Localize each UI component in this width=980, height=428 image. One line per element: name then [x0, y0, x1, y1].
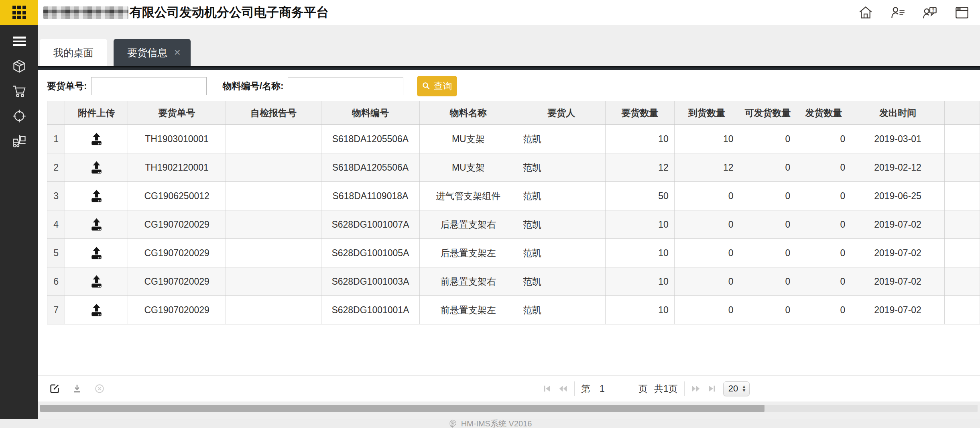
help-feedback-icon[interactable]: ?	[922, 5, 937, 20]
prev-page-button[interactable]	[558, 384, 568, 393]
system-logo-icon	[448, 419, 457, 428]
cell-num: 7	[47, 296, 65, 324]
page-title: 有限公司发动机分公司电子商务平台	[43, 0, 329, 25]
hamburger-icon	[13, 37, 26, 46]
order-no-label: 要货单号:	[47, 80, 87, 92]
upload-attachment-button[interactable]	[87, 216, 105, 233]
search-icon	[422, 82, 431, 90]
cell-requester: 范凯	[517, 267, 605, 296]
table-row[interactable]: 6CG1907020029S628DG1001003A前悬置支架右范凯10000…	[47, 267, 980, 296]
header-actions: ?	[858, 0, 970, 25]
table-row[interactable]: 3CG1906250012S618DA1109018A进气管支架组件范凯5000…	[47, 182, 980, 210]
cell-qty_requested: 12	[606, 153, 674, 182]
upload-icon	[89, 132, 104, 145]
apps-grid-button[interactable]	[0, 0, 38, 25]
cell-material_code: S618DA1109018A	[321, 182, 419, 210]
tab-goods-request[interactable]: 要货信息 ✕	[114, 39, 191, 66]
page-number-input[interactable]	[597, 381, 632, 396]
cell-qty_shipped: 0	[796, 296, 851, 324]
spinner-arrows-icon: ▲▼	[742, 385, 746, 392]
upload-attachment-button[interactable]	[87, 244, 105, 262]
table-row[interactable]: 7CG1907020029S628DG1001001A前悬置支架左范凯10000…	[47, 296, 980, 324]
first-page-button[interactable]	[542, 384, 552, 393]
download-icon[interactable]	[71, 383, 83, 395]
column-header-qty_arrived[interactable]: 到货数量	[674, 101, 739, 125]
upload-icon	[89, 190, 104, 202]
table-row[interactable]: 5CG1907020029S628DG1001005A后悬置支架左范凯10000…	[47, 239, 980, 267]
last-page-button[interactable]	[707, 384, 717, 393]
column-header-material_name[interactable]: 物料名称	[419, 101, 517, 125]
sidebar-item-products[interactable]	[10, 59, 28, 74]
home-icon[interactable]	[858, 5, 873, 20]
upload-attachment-button[interactable]	[87, 187, 105, 205]
material-input[interactable]	[288, 77, 403, 95]
cell-extra	[944, 267, 980, 296]
cell-requester: 范凯	[517, 125, 605, 153]
horizontal-scrollbar-thumb[interactable]	[40, 405, 764, 412]
tab-my-desktop[interactable]: 我的桌面	[40, 39, 107, 66]
next-page-button[interactable]	[691, 384, 701, 393]
cancel-circle-icon[interactable]	[94, 383, 106, 395]
upload-icon	[89, 247, 104, 259]
query-button-label: 查询	[434, 80, 452, 92]
cell-material_name: 后悬置支架左	[419, 239, 517, 267]
cell-qty_shipped: 0	[796, 182, 851, 210]
column-header-qty_sendable[interactable]: 可发货数量	[739, 101, 796, 125]
edit-icon[interactable]	[49, 383, 61, 395]
cell-qty_requested: 10	[606, 125, 674, 153]
pager-separator	[574, 381, 575, 396]
query-button[interactable]: 查询	[417, 76, 457, 96]
cell-order_no: TH1903010001	[128, 125, 226, 153]
column-header-order_no[interactable]: 要货单号	[128, 101, 226, 125]
page-size-select[interactable]: 20 ▲▼	[723, 381, 750, 396]
system-version-label: HM-IMS系统 V2016	[461, 418, 532, 428]
order-no-input[interactable]	[91, 77, 207, 95]
column-header-send_date[interactable]: 发出时间	[851, 101, 944, 125]
window-icon[interactable]	[954, 5, 970, 20]
cell-order_no: TH1902120001	[128, 153, 226, 182]
cell-report_no	[226, 125, 321, 153]
cell-qty_sendable: 0	[739, 153, 796, 182]
cell-material_code: S628DG1001007A	[321, 210, 419, 239]
column-header-extra[interactable]	[944, 101, 980, 125]
user-list-icon[interactable]	[890, 5, 905, 20]
cell-upload	[65, 267, 128, 296]
column-header-qty_requested[interactable]: 要货数量	[606, 101, 674, 125]
table-row[interactable]: 2TH1902120001S618DA1205506AMU支架范凯1212002…	[47, 153, 980, 182]
table-row[interactable]: 1TH1903010001S618DA1205506AMU支架范凯1010002…	[47, 125, 980, 153]
table-row[interactable]: 4CG1907020029S628DG1001007A后悬置支架右范凯10000…	[47, 210, 980, 239]
column-header-qty_shipped[interactable]: 发货数量	[796, 101, 851, 125]
column-header-requester[interactable]: 要货人	[517, 101, 605, 125]
sidebar-item-orders[interactable]	[10, 84, 28, 99]
cell-qty_arrived: 0	[674, 296, 739, 324]
upload-attachment-button[interactable]	[87, 159, 105, 176]
tab-close-icon[interactable]: ✕	[174, 48, 181, 57]
upload-icon	[89, 304, 104, 316]
cell-order_no: CG1907020029	[128, 210, 226, 239]
sidebar-item-target[interactable]	[10, 108, 28, 124]
menu-toggle-button[interactable]	[10, 34, 28, 49]
table-header-row: 附件上传要货单号自检报告号物料编号物料名称要货人要货数量到货数量可发货数量发货数…	[47, 101, 980, 125]
cell-qty_arrived: 0	[674, 239, 739, 267]
cell-material_name: 前悬置支架左	[419, 296, 517, 324]
cell-qty_arrived: 12	[674, 153, 739, 182]
column-header-material_code[interactable]: 物料编号	[321, 101, 419, 125]
sidebar-item-logistics[interactable]	[10, 133, 28, 149]
cell-material_code: S628DG1001003A	[321, 267, 419, 296]
column-header-num[interactable]	[47, 101, 65, 125]
upload-attachment-button[interactable]	[87, 130, 105, 148]
pager-separator	[684, 381, 685, 396]
cell-material_name: 前悬置支架右	[419, 267, 517, 296]
page-size-value: 20	[728, 383, 738, 394]
horizontal-scrollbar-track[interactable]	[40, 405, 978, 412]
upload-attachment-button[interactable]	[87, 301, 105, 319]
upload-attachment-button[interactable]	[87, 273, 105, 290]
data-grid: 附件上传要货单号自检报告号物料编号物料名称要货人要货数量到货数量可发货数量发货数…	[47, 101, 980, 324]
cell-material_name: MU支架	[419, 153, 517, 182]
cell-requester: 范凯	[517, 153, 605, 182]
cell-upload	[65, 125, 128, 153]
cell-send_date: 2019-02-12	[851, 153, 944, 182]
column-header-upload[interactable]: 附件上传	[65, 101, 128, 125]
cell-material_code: S628DG1001001A	[321, 296, 419, 324]
column-header-report_no[interactable]: 自检报告号	[226, 101, 321, 125]
